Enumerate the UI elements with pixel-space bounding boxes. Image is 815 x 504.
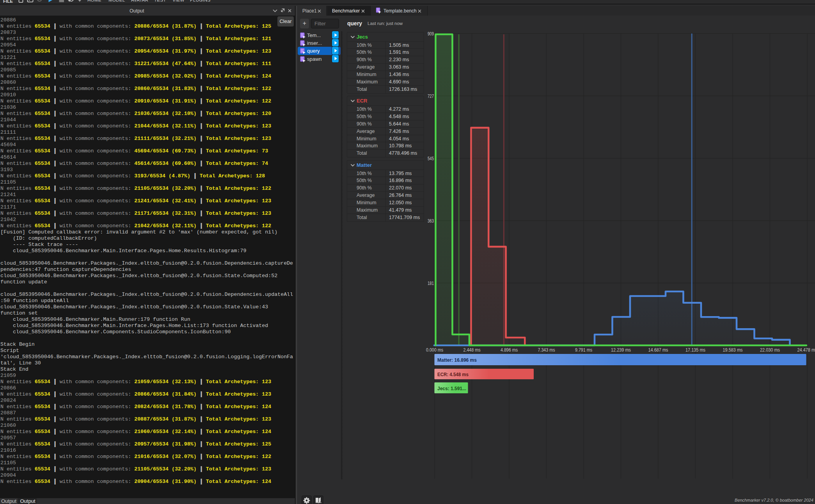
svg-text:19.583 ms: 19.583 ms (723, 347, 743, 353)
svg-text:363: 363 (428, 218, 434, 224)
svg-text:ECR: 4.548 ms: ECR: 4.548 ms (437, 371, 469, 377)
svg-text:Matter: 16.896 ms: Matter: 16.896 ms (437, 357, 477, 363)
svg-text:727: 727 (428, 94, 434, 99)
svg-text:7.343 ms: 7.343 ms (538, 347, 555, 353)
svg-text:17.135 ms: 17.135 ms (685, 347, 705, 353)
svg-text:4.896 ms: 4.896 ms (501, 347, 518, 353)
svg-text:Jecs: 1.591...: Jecs: 1.591... (437, 386, 466, 391)
svg-text:14.687 ms: 14.687 ms (648, 347, 668, 353)
svg-text:2.448 ms: 2.448 ms (463, 347, 481, 353)
svg-text:24.478 ms: 24.478 ms (797, 347, 815, 353)
svg-text:181: 181 (428, 281, 434, 286)
svg-text:0.000 ms: 0.000 ms (426, 347, 443, 353)
svg-text:545: 545 (428, 156, 434, 161)
svg-text:12.239 ms: 12.239 ms (611, 347, 631, 353)
svg-text:9.791 ms: 9.791 ms (575, 347, 592, 353)
svg-text:909: 909 (428, 31, 434, 37)
svg-text:22.030 ms: 22.030 ms (760, 347, 780, 353)
